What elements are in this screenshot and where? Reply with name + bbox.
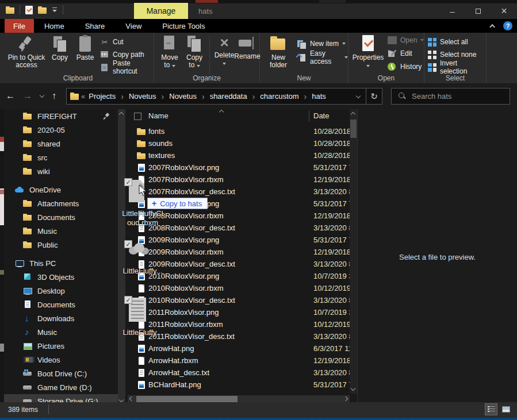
back-button[interactable]: ← bbox=[6, 91, 15, 101]
paste-button[interactable]: Paste bbox=[72, 35, 98, 61]
select-none-button[interactable]: Select none bbox=[428, 49, 476, 60]
file-row[interactable]: ArrowHat.png 6/3/2017 11 bbox=[128, 342, 350, 355]
sidebar-item[interactable]: Music bbox=[0, 224, 118, 238]
file-name[interactable]: 2008RobloxVisor.rbxm bbox=[148, 211, 313, 220]
file-name[interactable]: 2008RobloxVisor_desc.txt bbox=[148, 224, 313, 232]
rename-button[interactable]: Rename bbox=[233, 35, 261, 60]
breadcrumb-item[interactable]: Novetus › bbox=[169, 92, 209, 101]
file-row[interactable]: sounds 10/28/2018 bbox=[128, 137, 350, 149]
easy-access-button[interactable]: Easy access bbox=[297, 52, 348, 63]
breadcrumb-separator-icon[interactable]: › bbox=[299, 92, 312, 101]
breadcrumb-overflow-icon[interactable]: « bbox=[81, 92, 85, 101]
file-name[interactable]: 2010RobloxVisor_desc.txt bbox=[148, 296, 313, 305]
copy-to-button[interactable]: Copy to bbox=[183, 35, 206, 69]
file-name[interactable]: 2007RobloxVisor_desc.txt bbox=[148, 187, 313, 196]
sidebar-item[interactable]: Desktop bbox=[0, 284, 118, 298]
sidebar-item-this-pc[interactable]: This PC bbox=[0, 256, 118, 270]
tab-file[interactable]: File bbox=[5, 19, 34, 33]
sidebar-item[interactable]: 3D Objects bbox=[0, 270, 118, 284]
file-name[interactable]: 2007RobloxVisor.png bbox=[148, 163, 313, 172]
column-header-name[interactable]: Name bbox=[148, 111, 168, 120]
sidebar-item[interactable]: Documents bbox=[0, 210, 118, 224]
paste-shortcut-button[interactable]: Paste shortcut bbox=[100, 62, 154, 72]
breadcrumb-item[interactable]: charcustom › bbox=[260, 92, 312, 101]
qat-folder-icon[interactable] bbox=[6, 6, 14, 14]
address-bar[interactable]: « Projects › Novetus › Novetus › sharedd… bbox=[66, 88, 366, 105]
file-name[interactable]: 2011RobloxVisor.rbxm bbox=[148, 320, 313, 329]
sidebar-item[interactable]: Documents bbox=[0, 298, 118, 311]
file-name[interactable]: ArrowHat.rbxm bbox=[148, 356, 313, 365]
sidebar-item[interactable]: Videos bbox=[0, 353, 118, 367]
file-row[interactable]: 2009RobloxVisor.rbxm 12/19/2018 bbox=[128, 246, 350, 258]
sidebar-item[interactable]: FIREFIGHT bbox=[0, 109, 118, 123]
sidebar-item[interactable]: Attachments bbox=[0, 196, 118, 210]
file-row[interactable]: 2008RobloxVisor.rbxm 12/19/2018 bbox=[128, 210, 350, 222]
sidebar-item[interactable]: Boot Drive (C:) bbox=[0, 367, 118, 380]
tab-picture-tools[interactable]: Picture Tools bbox=[152, 19, 215, 33]
qat-properties-icon[interactable] bbox=[25, 6, 33, 14]
file-row[interactable]: 2007RobloxVisor.rbxm 12/19/2018 bbox=[128, 174, 350, 186]
file-row[interactable]: fonts 10/28/2018 bbox=[128, 125, 350, 137]
maximize-button[interactable] bbox=[465, 3, 491, 19]
sidebar-item[interactable]: shared bbox=[0, 137, 118, 151]
file-row[interactable]: BCHardHat.png 5/31/2017 7 bbox=[128, 379, 350, 391]
file-name[interactable]: 2011RobloxVisor.png bbox=[148, 308, 313, 317]
file-name[interactable]: 2009RobloxVisor.rbxm bbox=[148, 248, 313, 256]
file-name[interactable]: BCHardHat.png bbox=[148, 380, 313, 389]
file-row[interactable]: ArrowHat_desc.txt 3/13/2020 8 bbox=[128, 367, 350, 379]
file-row[interactable]: 2007RobloxVisor_desc.txt 3/13/2020 8 bbox=[128, 186, 350, 198]
address-dropdown-icon[interactable] bbox=[356, 94, 361, 98]
file-row[interactable]: 2010RobloxVisor_desc.txt 3/13/2020 8 bbox=[128, 294, 350, 306]
sidebar-item[interactable]: Game Drive (D:) bbox=[0, 380, 118, 394]
file-list-vertical-scrollbar[interactable] bbox=[350, 109, 357, 394]
sidebar-item[interactable]: Storage Drive (G:) bbox=[0, 394, 118, 402]
file-row[interactable]: 2010RobloxVisor.png 10/7/2019 3 bbox=[128, 270, 350, 282]
search-input[interactable] bbox=[412, 92, 498, 101]
minimize-button[interactable]: – bbox=[439, 3, 465, 19]
file-name[interactable]: sounds bbox=[148, 139, 313, 148]
new-folder-button[interactable]: New folder bbox=[263, 35, 293, 69]
file-row[interactable]: ArrowHat.rbxm 12/19/2018 bbox=[128, 355, 350, 367]
breadcrumb-label[interactable]: charcustom bbox=[260, 92, 298, 101]
breadcrumb-item[interactable]: Novetus › bbox=[129, 92, 169, 101]
cut-button[interactable]: ✂ Cut bbox=[100, 37, 124, 47]
column-header-date[interactable]: Date bbox=[313, 111, 329, 120]
scroll-up-icon[interactable] bbox=[351, 112, 355, 117]
pin-to-quick-access-button[interactable]: Pin to Quick access bbox=[7, 35, 46, 69]
properties-button[interactable]: Properties bbox=[351, 35, 385, 69]
scroll-up-icon[interactable] bbox=[119, 112, 124, 117]
file-name[interactable]: ArrowHat_desc.txt bbox=[148, 368, 313, 377]
copy-button[interactable]: Copy bbox=[48, 35, 71, 61]
copy-path-button[interactable]: Copy path bbox=[100, 49, 144, 60]
breadcrumb-label[interactable]: shareddata bbox=[210, 92, 247, 101]
up-button[interactable]: ↑ bbox=[52, 91, 56, 101]
invert-selection-button[interactable]: Invert selection bbox=[428, 62, 486, 72]
edit-button[interactable]: Edit bbox=[388, 48, 412, 59]
history-button[interactable]: History bbox=[388, 61, 422, 72]
breadcrumb-separator-icon[interactable]: › bbox=[116, 92, 129, 101]
search-box[interactable] bbox=[391, 88, 510, 105]
thumbnails-view-button[interactable] bbox=[500, 403, 512, 415]
scroll-down-icon[interactable] bbox=[119, 398, 124, 402]
file-row[interactable]: 2011RobloxVisor.rbxm 10/12/2019 bbox=[128, 318, 350, 330]
file-row[interactable]: 2011RobloxVisor.png 10/7/2019 3 bbox=[128, 306, 350, 318]
qat-customize-dropdown-icon[interactable] bbox=[52, 6, 58, 13]
new-item-button[interactable]: New item bbox=[297, 38, 346, 49]
breadcrumb-label[interactable]: Novetus bbox=[169, 92, 197, 101]
details-view-button[interactable] bbox=[485, 403, 497, 415]
file-name[interactable]: fonts bbox=[148, 127, 313, 136]
help-icon[interactable]: ? bbox=[503, 21, 512, 30]
sidebar-item[interactable]: src bbox=[0, 151, 118, 164]
sidebar-item-onedrive[interactable]: OneDrive bbox=[0, 183, 118, 196]
file-row[interactable]: 2007RobloxVisor.png 5/31/2017 7 bbox=[128, 161, 350, 174]
breadcrumb-item[interactable]: hats › bbox=[312, 92, 326, 101]
file-name[interactable]: 2007RobloxVisor.rbxm bbox=[148, 175, 313, 184]
scroll-down-icon[interactable] bbox=[351, 386, 355, 391]
sidebar-item[interactable]: Public bbox=[0, 238, 118, 252]
file-row[interactable]: textures 10/28/2018 bbox=[128, 149, 350, 161]
scrollbar-thumb[interactable] bbox=[350, 120, 357, 138]
breadcrumb-label[interactable]: Projects bbox=[89, 92, 116, 101]
file-name[interactable]: 2010RobloxVisor.rbxm bbox=[148, 284, 313, 292]
file-row[interactable]: 2009RobloxVisor_desc.txt 3/13/2020 8 bbox=[128, 258, 350, 270]
scroll-right-icon[interactable] bbox=[343, 396, 348, 401]
